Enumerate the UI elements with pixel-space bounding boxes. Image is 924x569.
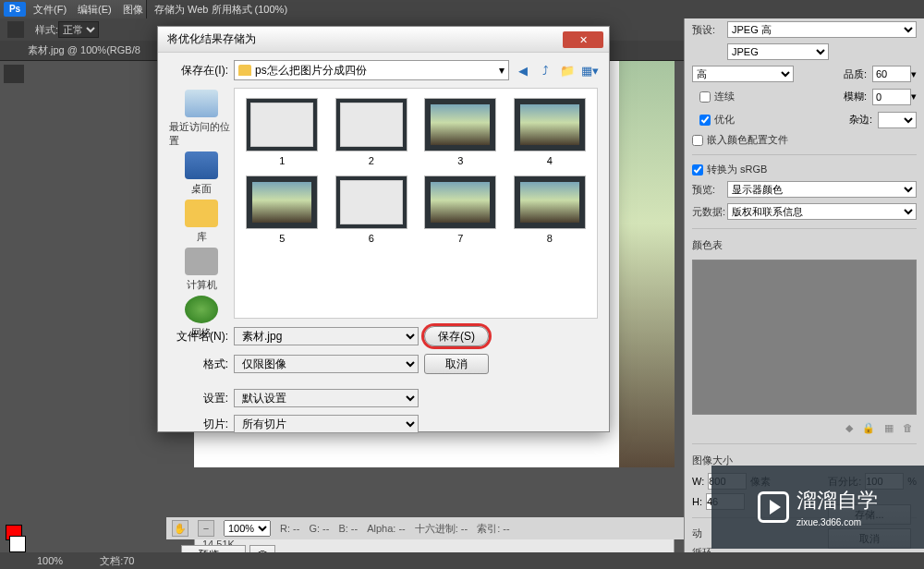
nav-newfolder-icon[interactable]: 📁: [559, 62, 576, 79]
tool-strip: [0, 61, 28, 552]
nav-back-icon[interactable]: ◀: [515, 62, 531, 79]
progressive-label: 连续: [714, 90, 735, 103]
filename-label: 文件名(N):: [169, 329, 228, 345]
file-item[interactable]: 6: [330, 176, 414, 244]
wand-tool[interactable]: [4, 133, 24, 151]
combo-dropdown-icon[interactable]: ▾: [499, 64, 505, 77]
menu-file[interactable]: 文件(F): [33, 3, 67, 17]
gradient-tool[interactable]: [4, 314, 24, 333]
quality-input[interactable]: [872, 66, 911, 82]
watermark-text: 溜溜自学: [796, 489, 878, 512]
slice-select[interactable]: 所有切片: [234, 415, 419, 433]
close-button[interactable]: ✕: [563, 31, 603, 48]
preview-label: 预览:: [692, 183, 727, 197]
preset-label: 预设:: [692, 23, 727, 37]
ps-logo: Ps: [4, 2, 26, 17]
h-label: H:: [692, 496, 702, 507]
file-item[interactable]: 8: [508, 176, 592, 244]
file-label: 2: [369, 155, 374, 166]
file-item[interactable]: 1: [240, 98, 324, 166]
preset-select[interactable]: JPEG 高: [727, 21, 917, 38]
type-tool[interactable]: [4, 406, 24, 424]
matte-select[interactable]: [878, 112, 917, 128]
dodge-tool[interactable]: [4, 360, 24, 379]
settings-select[interactable]: 默认设置: [234, 389, 419, 407]
place-computer[interactable]: 计算机: [185, 248, 218, 292]
pen-tool[interactable]: [4, 382, 24, 401]
heal-tool[interactable]: [4, 200, 24, 219]
nav-viewmode-icon[interactable]: ▦▾: [581, 62, 598, 79]
zoom-tool[interactable]: [4, 496, 24, 515]
place-recent[interactable]: 最近访问的位置: [169, 90, 234, 148]
w-label: W:: [692, 476, 704, 487]
ct-add-icon[interactable]: ▦: [884, 422, 894, 434]
nav-up-icon[interactable]: ⤴: [537, 62, 553, 79]
eraser-tool[interactable]: [4, 292, 24, 310]
file-label: 4: [547, 155, 553, 166]
place-library[interactable]: 库: [185, 200, 218, 244]
lasso-tool[interactable]: [4, 110, 24, 128]
filename-input[interactable]: 素材.jpg: [234, 327, 419, 345]
move-tool-icon: [7, 21, 24, 38]
stamp-tool[interactable]: [4, 247, 24, 265]
embed-profile-checkbox[interactable]: [692, 135, 703, 146]
metadata-select[interactable]: 版权和联系信息: [727, 203, 917, 220]
history-brush-tool[interactable]: [4, 269, 24, 287]
zoom-out-button[interactable]: −: [198, 520, 214, 537]
quality-label: 品质:: [844, 67, 867, 81]
crop-tool[interactable]: [4, 155, 24, 174]
eyedropper-tool[interactable]: [4, 178, 24, 197]
file-item[interactable]: 7: [419, 176, 503, 244]
hand-icon[interactable]: ✋: [172, 520, 188, 537]
background-swatch[interactable]: [9, 536, 26, 552]
menu-edit[interactable]: 编辑(E): [78, 3, 112, 17]
preview-image: [619, 61, 675, 467]
folder-name: ps怎么把图片分成四份: [255, 63, 367, 79]
readout-hex: 十六进制: --: [415, 522, 468, 536]
place-library-label: 库: [197, 230, 207, 244]
file-item[interactable]: 4: [508, 98, 592, 166]
quality-dropdown-icon[interactable]: ▾: [911, 68, 917, 80]
readout-b: B: --: [338, 523, 358, 534]
move-tool[interactable]: [4, 65, 24, 83]
shape-tool[interactable]: [4, 451, 24, 469]
place-desktop[interactable]: 桌面: [185, 151, 218, 196]
ct-trash-icon[interactable]: 🗑: [903, 422, 913, 434]
blur-dropdown-icon[interactable]: ▾: [911, 91, 917, 103]
ct-eyedrop-icon[interactable]: ◆: [845, 422, 853, 434]
dialog-save-button[interactable]: 保存(S): [424, 326, 489, 346]
convert-srgb-label: 转换为 sRGB: [707, 163, 767, 176]
style-label: 样式:: [35, 23, 58, 37]
readout-r: R: --: [280, 523, 299, 534]
file-label: 3: [457, 155, 463, 166]
menu-image[interactable]: 图像: [123, 3, 143, 17]
preview-select[interactable]: 显示器颜色: [727, 181, 917, 198]
hand-tool[interactable]: [4, 473, 24, 491]
file-item[interactable]: 5: [240, 176, 324, 244]
convert-srgb-checkbox[interactable]: [692, 164, 703, 176]
status-doc: 文档:70: [100, 554, 134, 568]
blur-tool[interactable]: [4, 337, 24, 356]
place-recent-label: 最近访问的位置: [169, 120, 234, 148]
folder-combo[interactable]: ps怎么把图片分成四份 ▾: [234, 60, 509, 80]
optimized-label: 优化: [714, 113, 735, 127]
progressive-checkbox[interactable]: [699, 91, 711, 103]
style-select[interactable]: 正常: [58, 21, 99, 38]
path-tool[interactable]: [4, 428, 24, 446]
format-select-dlg[interactable]: 仅限图像: [234, 355, 419, 373]
zoom-select[interactable]: 100%: [224, 520, 271, 537]
file-item[interactable]: 3: [419, 98, 503, 166]
quality-preset-select[interactable]: 高: [692, 66, 794, 82]
file-item[interactable]: 2: [330, 98, 414, 166]
blur-input[interactable]: [872, 89, 911, 105]
marquee-tool[interactable]: [4, 88, 24, 106]
format-label: 格式:: [169, 357, 228, 372]
ct-lock-icon[interactable]: 🔒: [862, 422, 875, 434]
saveforweb-dialog-title: 存储为 Web 所用格式 (100%): [146, 0, 924, 18]
format-select[interactable]: JPEG: [727, 43, 829, 60]
dialog-cancel-button[interactable]: 取消: [424, 354, 489, 374]
place-desktop-label: 桌面: [191, 182, 212, 196]
colortable-heading: 颜色表: [685, 235, 924, 256]
brush-tool[interactable]: [4, 224, 24, 242]
optimized-checkbox[interactable]: [699, 115, 711, 126]
